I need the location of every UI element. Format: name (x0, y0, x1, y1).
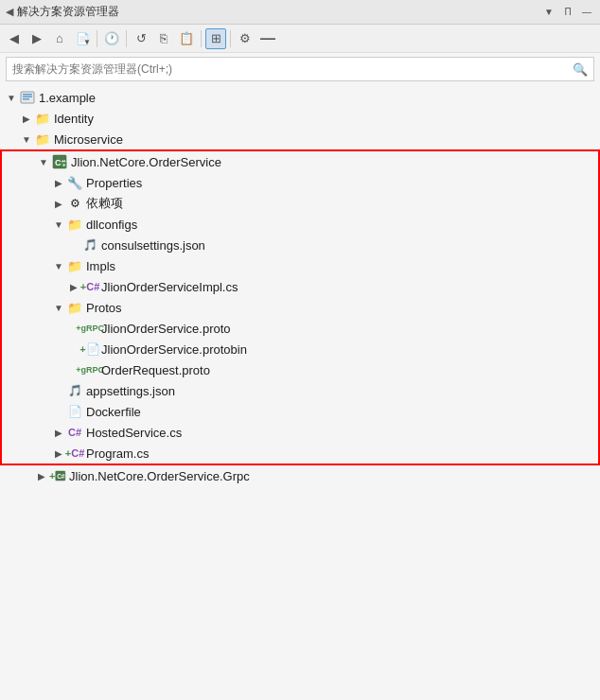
tree-item-order-request-proto[interactable]: +gRPC OrderRequest.proto (2, 359, 598, 380)
hostedservice-label: HostedService.cs (86, 426, 182, 440)
collapse-button[interactable]: — (257, 28, 278, 49)
tree-item-dockerfile[interactable]: 📄 Dockerfile (2, 401, 598, 422)
tree-item-dllconfigs[interactable]: ▼ 📁 dllconfigs (2, 214, 598, 235)
tree-item-order-proto[interactable]: +gRPC JlionOrderService.proto (2, 318, 598, 339)
grpc-icon-order-proto: +gRPC (81, 320, 98, 337)
pin-button[interactable]: ▼ (541, 5, 556, 20)
tree-container: ▼ 1.example ▶ 📁 Identity ▼ 📁 Micr (0, 85, 600, 488)
forward-button[interactable]: ▶ (26, 28, 47, 49)
file-icon-dockerfile: 📄 (66, 403, 83, 420)
toolbar: ◀ ▶ ⌂ 📄 ▼ 🕐 ↺ ⎘ 📋 ⊞ ⚙ — (0, 25, 600, 53)
project-icon-orderservice: C# + (51, 153, 68, 170)
microservice-label: Microservice (54, 132, 123, 147)
tree-item-microservice[interactable]: ▼ 📁 Microservice (0, 129, 600, 149)
tree-item-order-impl[interactable]: ▶ +C# JlionOrderServiceImpl.cs (2, 276, 598, 297)
appsettings-label: appsettings.json (86, 384, 175, 398)
cs-icon-program: +C# (66, 445, 83, 462)
search-input[interactable] (12, 62, 573, 76)
arrow-dllconfigs[interactable]: ▼ (51, 219, 66, 230)
arrow-solution[interactable]: ▼ (4, 93, 19, 103)
tree-item-program[interactable]: ▶ +C# Program.cs (2, 443, 598, 464)
refresh-button[interactable]: ↺ (131, 28, 151, 49)
solution-label: 1.example (39, 91, 96, 105)
tree-item-impls[interactable]: ▼ 📁 Impls (2, 255, 598, 276)
file-icon-order-protobin: +📄 (81, 341, 98, 358)
tree-item-appsettings[interactable]: 🎵 appsettings.json (2, 380, 598, 401)
tree-item-dependencies[interactable]: ▶ ⚙ 依赖项 (2, 193, 598, 214)
order-request-proto-label: OrderRequest.proto (101, 363, 210, 377)
tree-view-button[interactable]: ⊞ (205, 28, 226, 49)
arrow-properties[interactable]: ▶ (51, 178, 66, 188)
properties-label: Properties (86, 176, 142, 190)
folder-icon-microservice: 📁 (34, 131, 51, 148)
impls-label: Impls (86, 259, 115, 273)
settings-button[interactable]: ⚙ (235, 28, 256, 49)
panel-arrow-left[interactable]: ◀ (6, 6, 13, 18)
title-bar: ◀ 解决方案资源管理器 ▼ П — (0, 0, 600, 25)
red-box-section: ▼ C# + Jlion.NetCore.OrderService (0, 149, 600, 465)
svg-rect-2 (23, 96, 32, 98)
project-icon-grpc-service: + C# (49, 467, 66, 484)
order-protobin-label: JlionOrderService.protobin (101, 342, 247, 357)
program-label: Program.cs (86, 446, 149, 461)
arrow-orderservice[interactable]: ▼ (36, 157, 51, 167)
folder-icon-impls: 📁 (66, 257, 83, 274)
consulsettings-label: consulsettings.json (101, 238, 205, 253)
pages-button[interactable]: 📄 ▼ (72, 28, 93, 49)
home-button[interactable]: ⌂ (49, 28, 70, 49)
separator3 (201, 30, 202, 47)
dependencies-label: 依赖项 (86, 195, 123, 212)
solution-explorer-panel: ◀ 解决方案资源管理器 ▼ П — ◀ ▶ ⌂ 📄 ▼ 🕐 ↺ ⎘ 📋 ⊞ ⚙ … (0, 0, 600, 700)
tree-item-protos[interactable]: ▼ 📁 Protos (2, 297, 598, 318)
float-button[interactable]: П (560, 5, 575, 20)
json-icon-consulsettings: 🎵 (81, 236, 98, 254)
dockerfile-label: Dockerfile (86, 405, 141, 419)
order-proto-label: JlionOrderService.proto (101, 322, 231, 336)
title-bar-left: ◀ 解决方案资源管理器 (6, 4, 119, 20)
tree-item-grpc-service[interactable]: ▶ + C# Jlion.NetCore.OrderService.Grpc (0, 465, 600, 486)
history-button[interactable]: 🕐 (101, 28, 122, 49)
copypath-button[interactable]: 📋 (176, 28, 197, 49)
tree-item-properties[interactable]: ▶ 🔧 Properties (2, 172, 598, 193)
svg-text:+: + (62, 162, 66, 167)
protos-label: Protos (86, 301, 122, 315)
svg-text:C#: C# (58, 473, 66, 480)
order-impl-label: JlionOrderServiceImpl.cs (101, 280, 238, 294)
title-bar-right: ▼ П — (541, 5, 594, 20)
folder-icon-identity: 📁 (34, 110, 51, 127)
search-bar[interactable]: 🔍 (6, 57, 594, 81)
arrow-impls[interactable]: ▼ (51, 261, 66, 271)
svg-rect-3 (23, 98, 29, 100)
title-text: 解决方案资源管理器 (17, 4, 119, 20)
folder-icon-protos: 📁 (66, 299, 83, 316)
tree-item-identity[interactable]: ▶ 📁 Identity (0, 108, 600, 129)
folder-icon-dllconfigs: 📁 (66, 216, 83, 233)
copy-button[interactable]: ⎘ (153, 28, 174, 49)
arrow-program[interactable]: ▶ (51, 448, 66, 459)
orderservice-label: Jlion.NetCore.OrderService (71, 155, 221, 169)
arrow-identity[interactable]: ▶ (19, 114, 34, 124)
cs-icon-hostedservice: C# (66, 424, 83, 441)
arrow-order-impl[interactable]: ▶ (66, 282, 81, 292)
tree-item-orderservice[interactable]: ▼ C# + Jlion.NetCore.OrderService (2, 151, 598, 172)
arrow-grpc-service[interactable]: ▶ (34, 471, 49, 481)
tree-item-order-protobin[interactable]: +📄 JlionOrderService.protobin (2, 339, 598, 359)
solution-icon (19, 89, 36, 106)
tree-item-solution[interactable]: ▼ 1.example (0, 87, 600, 108)
tree-item-consulsettings[interactable]: 🎵 consulsettings.json (2, 235, 598, 255)
arrow-protos[interactable]: ▼ (51, 303, 66, 313)
json-icon-appsettings: 🎵 (66, 382, 83, 399)
arrow-hostedservice[interactable]: ▶ (51, 428, 66, 438)
tree-item-hostedservice[interactable]: ▶ C# HostedService.cs (2, 422, 598, 443)
separator1 (97, 30, 97, 47)
arrow-dependencies[interactable]: ▶ (51, 199, 66, 209)
separator4 (230, 30, 231, 47)
svg-rect-1 (23, 94, 32, 96)
tree-wrapper: ▼ 1.example ▶ 📁 Identity ▼ 📁 Micr (0, 85, 600, 488)
arrow-microservice[interactable]: ▼ (19, 134, 34, 145)
close-button[interactable]: — (579, 5, 594, 20)
search-icon: 🔍 (573, 62, 588, 77)
grpc-icon-order-request-proto: +gRPC (81, 361, 98, 378)
back-button[interactable]: ◀ (4, 28, 25, 49)
separator2 (126, 30, 127, 47)
